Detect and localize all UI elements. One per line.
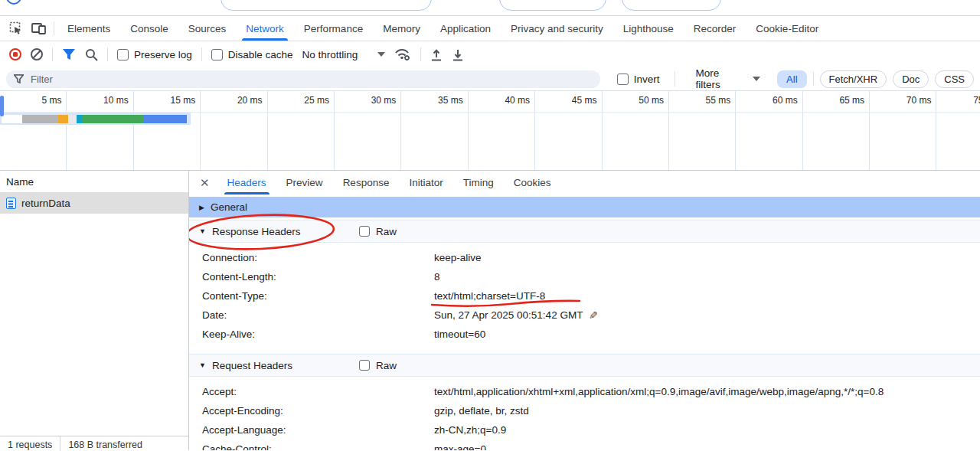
- ruler-tick: 50 ms: [603, 91, 669, 170]
- tab-privacy-and-security[interactable]: Privacy and security: [501, 16, 613, 41]
- column-header-name[interactable]: Name: [0, 171, 188, 193]
- ruler-tick-label: 10 ms: [103, 95, 129, 106]
- header-row: Keep-Alive:timeout=60: [189, 325, 980, 344]
- ruler-tick: 70 ms: [870, 91, 936, 170]
- tab-sources[interactable]: Sources: [178, 16, 237, 41]
- chip-doc[interactable]: Doc: [893, 70, 929, 88]
- export-har-icon[interactable]: [452, 48, 464, 61]
- details-tab-timing[interactable]: Timing: [453, 172, 504, 194]
- toggle-device-toolbar-button[interactable]: [28, 16, 51, 41]
- waterfall-segment: [77, 115, 82, 123]
- triangle-down-icon: ▼: [199, 361, 206, 369]
- overview-waterfall-bar: [2, 115, 187, 123]
- header-name: Content-Length:: [202, 271, 434, 283]
- request-type-chips: AllFetch/XHRDocCSS: [777, 70, 974, 88]
- overview-drag-handle[interactable]: [0, 96, 4, 116]
- header-name: Connection:: [202, 252, 434, 263]
- ruler-tick: 5 ms: [0, 91, 67, 170]
- request-headers-list: Accept:text/html,application/xhtml+xml,a…: [189, 377, 980, 450]
- ruler-tick: 15 ms: [134, 91, 201, 170]
- ruler-tick: 55 ms: [669, 91, 736, 170]
- tab-recorder[interactable]: Recorder: [684, 16, 746, 41]
- tab-network[interactable]: Network: [236, 16, 294, 41]
- details-tab-cookies[interactable]: Cookies: [504, 172, 561, 194]
- raw-label: Raw: [376, 226, 397, 237]
- details-tabs: HeadersPreviewResponseInitiatorTimingCoo…: [217, 172, 561, 194]
- section-response-headers[interactable]: ▼ Response Headers Raw: [189, 220, 980, 243]
- page-button-fragment: [622, 0, 721, 11]
- header-value: timeout=60: [434, 328, 485, 340]
- response-raw-checkbox[interactable]: Raw: [359, 226, 397, 237]
- header-name: Keep-Alive:: [202, 328, 434, 340]
- header-row: Content-Type:text/html;charset=UTF-8: [189, 286, 980, 306]
- ruler-tick-label: 60 ms: [773, 95, 798, 106]
- tab-performance[interactable]: Performance: [294, 16, 373, 41]
- header-value: text/html,application/xhtml+xml,applicat…: [434, 386, 884, 397]
- ruler-tick-label: 25 ms: [304, 95, 329, 106]
- chip-all[interactable]: All: [777, 70, 806, 88]
- import-har-icon[interactable]: [430, 48, 443, 61]
- tab-console[interactable]: Console: [120, 16, 178, 41]
- header-name: Content-Type:: [202, 290, 434, 302]
- filter-input[interactable]: Filter: [6, 70, 600, 88]
- clear-network-log-button[interactable]: [31, 48, 43, 60]
- disable-cache-checkbox[interactable]: Disable cache: [211, 49, 293, 60]
- waterfall-segment: [22, 115, 58, 123]
- search-icon[interactable]: [85, 48, 98, 61]
- ruler-tick-label: 5 ms: [41, 95, 61, 106]
- divider: [675, 71, 675, 87]
- inspect-element-button[interactable]: [5, 16, 28, 41]
- section-general[interactable]: ▶ General: [189, 197, 980, 217]
- tab-application[interactable]: Application: [430, 16, 501, 41]
- edit-pencil-icon[interactable]: ✎: [589, 309, 598, 322]
- tab-elements[interactable]: Elements: [57, 16, 120, 41]
- overview-waterfall-row[interactable]: [0, 113, 191, 125]
- header-row: Date:Sun, 27 Apr 2025 00:51:42 GMT✎: [189, 306, 980, 325]
- response-headers-label: Response Headers: [212, 226, 301, 237]
- transferred-size: 168 B transferred: [60, 436, 150, 450]
- request-row-returnData[interactable]: returnData: [0, 193, 188, 214]
- request-headers-label: Request Headers: [212, 360, 292, 371]
- network-overview-timeline[interactable]: 5 ms10 ms15 ms20 ms25 ms30 ms35 ms40 ms4…: [0, 91, 980, 171]
- details-tab-initiator[interactable]: Initiator: [399, 172, 452, 194]
- record-network-log-button[interactable]: [9, 48, 21, 60]
- details-tab-bar: ✕ HeadersPreviewResponseInitiatorTimingC…: [189, 171, 980, 194]
- network-main-area: Name returnData 1 requests 168 B transfe…: [0, 171, 980, 450]
- tab-lighthouse[interactable]: Lighthouse: [613, 16, 684, 41]
- more-filters-dropdown[interactable]: More filters: [695, 67, 760, 90]
- details-tab-headers[interactable]: Headers: [217, 172, 276, 194]
- header-name: Date:: [202, 309, 434, 321]
- response-headers-list: Connection:keep-aliveContent-Length:8Con…: [189, 243, 980, 344]
- tab-cookie-editor[interactable]: Cookie-Editor: [746, 16, 828, 41]
- page-content-strip: [0, 0, 980, 15]
- filter-funnel-icon: [14, 74, 24, 83]
- invert-checkbox[interactable]: Invert: [617, 74, 660, 85]
- waterfall-segment: [82, 115, 143, 123]
- more-filters-label: More filters: [695, 67, 743, 90]
- devtools-tabs: ElementsConsoleSourcesNetworkPerformance…: [57, 16, 828, 41]
- section-request-headers[interactable]: ▼ Request Headers Raw: [189, 354, 980, 377]
- header-row: Accept:text/html,application/xhtml+xml,a…: [189, 382, 980, 401]
- header-row: Accept-Language:zh-CN,zh;q=0.9: [189, 420, 980, 440]
- network-conditions-icon[interactable]: [394, 47, 411, 61]
- filter-placeholder: Filter: [31, 74, 53, 85]
- header-value: keep-alive: [434, 252, 482, 263]
- chip-css[interactable]: CSS: [935, 70, 974, 88]
- request-raw-checkbox[interactable]: Raw: [359, 360, 397, 371]
- checkbox-unchecked: [359, 360, 370, 371]
- tab-memory[interactable]: Memory: [373, 16, 430, 41]
- triangle-down-icon: ▼: [199, 227, 206, 235]
- chip-fetch-xhr[interactable]: Fetch/XHR: [820, 70, 887, 88]
- throttling-value: No throttling: [302, 49, 358, 60]
- header-name: Cache-Control:: [202, 443, 434, 450]
- close-icon[interactable]: ✕: [198, 176, 217, 190]
- header-value: gzip, deflate, br, zstd: [434, 405, 529, 417]
- details-tab-response[interactable]: Response: [333, 172, 400, 194]
- filter-funnel-icon[interactable]: [62, 48, 76, 60]
- header-value: zh-CN,zh;q=0.9: [434, 424, 506, 436]
- preserve-log-checkbox[interactable]: Preserve log: [117, 49, 192, 60]
- details-tab-preview[interactable]: Preview: [276, 172, 333, 194]
- ruler-tick-label: 15 ms: [170, 95, 195, 106]
- throttling-select[interactable]: No throttling: [302, 49, 386, 60]
- ruler-tick-label: 65 ms: [839, 95, 864, 106]
